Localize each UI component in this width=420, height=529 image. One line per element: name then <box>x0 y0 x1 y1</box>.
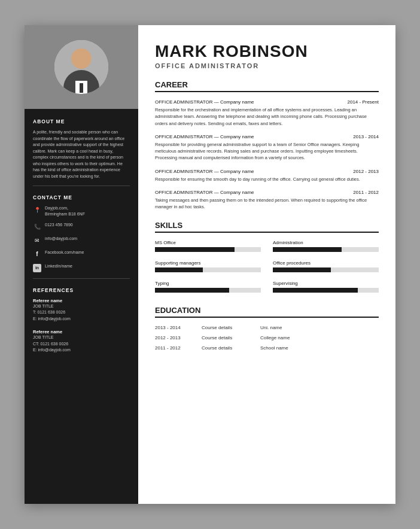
career-job-1: OFFICE ADMINISTRATOR — Company name <box>155 134 254 139</box>
skill-bar-bg-0 <box>155 247 261 252</box>
references-section-title: REFERENCES <box>33 287 130 293</box>
career-date-2: 2012 - 2013 <box>353 169 379 174</box>
career-job-0: OFFICE ADMINISTRATOR — Company name <box>155 99 254 105</box>
avatar-body <box>63 70 99 94</box>
ref2-email: E: info@dayjob.com <box>33 347 130 354</box>
career-job-2: OFFICE ADMINISTRATOR — Company name <box>155 169 254 174</box>
contact-address: 📍 Dayjob.com,Birmingham B18 6NF <box>33 205 130 217</box>
edu-institution-2: School name <box>260 345 288 351</box>
education-section-title: EDUCATION <box>155 306 379 318</box>
location-icon: 📍 <box>33 206 41 214</box>
skill-bar-bg-3 <box>273 267 379 272</box>
ref2-name: Referee name <box>33 329 130 335</box>
linkedin-icon: in <box>33 264 41 272</box>
career-section-title: CAREER <box>155 80 379 92</box>
facebook-icon: f <box>33 250 41 259</box>
phone-icon: 📞 <box>33 223 41 231</box>
avatar <box>54 40 108 94</box>
skills-grid: MS Office Administration Supporting mana… <box>155 240 379 295</box>
sidebar: ABOUT ME A polite, friendly and sociable… <box>25 25 138 504</box>
ref1-tel: T: 0121 638 0026 <box>33 309 130 316</box>
phone-text: 0123 456 7890 <box>45 222 73 228</box>
edu-item-0: 2013 - 2014 Course details Uni. name <box>155 325 379 330</box>
edu-item-2: 2011 - 2012 Course details School name <box>155 345 379 351</box>
skills-section-title: SKILLS <box>155 221 379 233</box>
address-text: Dayjob.com,Birmingham B18 6NF <box>45 205 85 217</box>
contact-email: ✉ info@dayjob.com <box>33 236 130 245</box>
career-date-3: 2011 - 2012 <box>353 190 379 195</box>
about-text: A polite, friendly and sociable person w… <box>33 129 130 180</box>
candidate-name: MARK ROBINSON <box>155 43 379 60</box>
contact-linkedin: in LinkedIn/name <box>33 263 130 272</box>
candidate-title: OFFICE ADMINISTRATOR <box>155 62 379 69</box>
skill-supervising: Supervising <box>273 281 379 293</box>
avatar-shirt <box>75 81 87 94</box>
email-icon: ✉ <box>33 236 41 245</box>
skill-bar-bg-1 <box>273 247 379 252</box>
skill-bar-fill-5 <box>273 288 358 293</box>
edu-year-0: 2013 - 2014 <box>155 325 191 330</box>
sidebar-content: ABOUT ME A polite, friendly and sociable… <box>25 109 138 370</box>
avatar-figure <box>54 40 108 94</box>
career-item-3: OFFICE ADMINISTRATOR — Company name 2011… <box>155 190 379 211</box>
edu-institution-1: College name <box>260 335 290 340</box>
email-text: info@dayjob.com <box>45 236 77 242</box>
reference-2: Referee name JOB TITLE CT: 0121 638 0026… <box>33 329 130 354</box>
ref2-tel: CT: 0121 638 0026 <box>33 341 130 348</box>
skill-label-4: Typing <box>155 281 261 286</box>
divider-2 <box>33 278 130 279</box>
linkedin-text: LinkedIn/name <box>45 263 72 269</box>
contact-section-title: CONTACT ME <box>33 194 130 200</box>
divider <box>33 186 130 186</box>
skill-bar-fill-0 <box>155 247 235 252</box>
skill-bar-fill-2 <box>155 267 203 272</box>
edu-year-1: 2012 - 2013 <box>155 335 191 340</box>
career-header-2: OFFICE ADMINISTRATOR — Company name 2012… <box>155 169 379 174</box>
career-desc-3: Taking messages and then passing them on… <box>155 197 379 211</box>
career-desc-2: Responsible for ensuring the smooth day … <box>155 176 379 183</box>
career-item-1: OFFICE ADMINISTRATOR — Company name 2013… <box>155 134 379 162</box>
avatar-tie <box>80 83 83 93</box>
skill-label-1: Administration <box>273 240 379 245</box>
career-desc-1: Responsible for providing general admini… <box>155 141 379 162</box>
skill-bar-bg-5 <box>273 288 379 293</box>
resume-document: ABOUT ME A polite, friendly and sociable… <box>25 25 395 504</box>
avatar-head <box>71 48 92 69</box>
photo-area <box>25 25 138 109</box>
career-date-1: 2013 - 2014 <box>353 134 379 139</box>
career-header-1: OFFICE ADMINISTRATOR — Company name 2013… <box>155 134 379 139</box>
career-desc-0: Responsible for the orchestration and im… <box>155 107 379 127</box>
skill-bar-fill-3 <box>273 267 331 272</box>
career-job-3: OFFICE ADMINISTRATOR — Company name <box>155 190 254 195</box>
skill-bar-bg-4 <box>155 288 261 293</box>
contact-facebook: f Facebook.com/name <box>33 250 130 259</box>
skill-supporting-managers: Supporting managers <box>155 260 261 272</box>
edu-year-2: 2011 - 2012 <box>155 345 191 351</box>
skill-bar-bg-2 <box>155 267 261 272</box>
ref1-job: JOB TITLE <box>33 303 130 310</box>
skill-bar-fill-4 <box>155 288 229 293</box>
skill-label-3: Office procedures <box>273 260 379 266</box>
skill-label-5: Supervising <box>273 281 379 286</box>
reference-1: Referee name JOB TITLE T: 0121 638 0026 … <box>33 298 130 323</box>
skill-bar-fill-1 <box>273 247 342 252</box>
career-item-0: OFFICE ADMINISTRATOR — Company name 2014… <box>155 99 379 127</box>
main-content: MARK ROBINSON OFFICE ADMINISTRATOR CAREE… <box>138 25 395 504</box>
ref1-name: Referee name <box>33 298 130 303</box>
about-section-title: ABOUT ME <box>33 118 130 124</box>
ref1-email: E: info@dayjob.com <box>33 316 130 323</box>
edu-institution-0: Uni. name <box>260 325 282 330</box>
skill-label-2: Supporting managers <box>155 260 261 266</box>
skill-ms-office: MS Office <box>155 240 261 252</box>
career-header-3: OFFICE ADMINISTRATOR — Company name 2011… <box>155 190 379 195</box>
edu-course-2: Course details <box>202 345 249 351</box>
career-item-2: OFFICE ADMINISTRATOR — Company name 2012… <box>155 169 379 183</box>
edu-course-1: Course details <box>202 335 249 340</box>
edu-course-0: Course details <box>202 325 249 330</box>
career-header-0: OFFICE ADMINISTRATOR — Company name 2014… <box>155 99 379 105</box>
career-date-0: 2014 - Present <box>348 99 379 105</box>
edu-item-1: 2012 - 2013 Course details College name <box>155 335 379 340</box>
contact-phone: 📞 0123 456 7890 <box>33 222 130 231</box>
facebook-text: Facebook.com/name <box>45 250 84 256</box>
skill-typing: Typing <box>155 281 261 293</box>
